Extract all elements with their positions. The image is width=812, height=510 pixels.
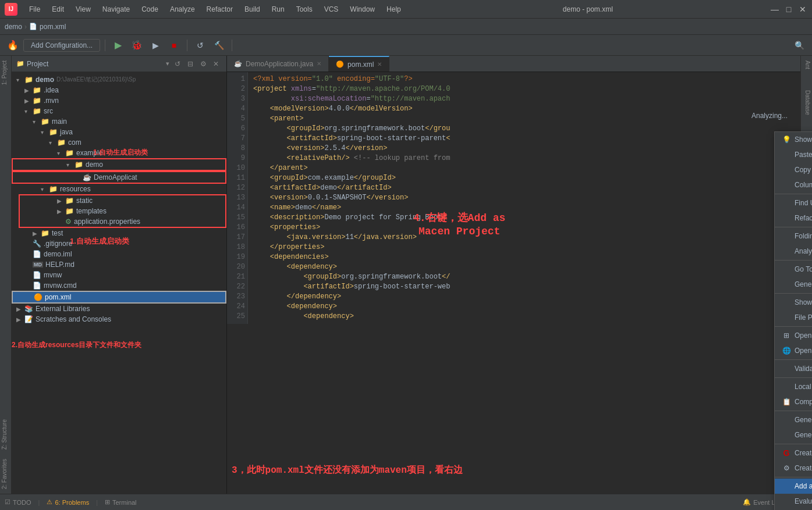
collapse-all-button[interactable]: ⊟ bbox=[185, 58, 196, 70]
tree-item-static[interactable]: ▶ 📁 static bbox=[20, 195, 225, 206]
build-button[interactable]: 🔨 bbox=[211, 37, 227, 54]
ctx-refactor[interactable]: Refactor ▶ bbox=[775, 211, 812, 226]
tree-item-com[interactable]: ▾ 📁 com bbox=[12, 137, 226, 148]
tree-item-ext-libs[interactable]: ▶ 📚 External Libraries bbox=[12, 304, 226, 314]
ctx-open-terminal[interactable]: ⊞ Open in Terminal bbox=[775, 328, 812, 343]
menu-code[interactable]: Code bbox=[137, 3, 163, 16]
close-button[interactable]: ✕ bbox=[798, 5, 807, 14]
ctx-open-browser[interactable]: 🌐 Open in Browser ▶ bbox=[775, 343, 812, 358]
ctx-show-in-explorer[interactable]: Show in Explorer bbox=[775, 295, 812, 310]
tree-item-idea[interactable]: ▶ 📁 .idea bbox=[12, 85, 226, 95]
tab-demo-application[interactable]: ☕ DemoApplication.java ✕ bbox=[227, 56, 329, 72]
tree-item-demo-iml[interactable]: 📄 demo.iml bbox=[12, 249, 226, 259]
menu-edit[interactable]: Edit bbox=[47, 3, 69, 16]
tree-item-java[interactable]: ▾ 📁 java bbox=[12, 127, 226, 137]
tree-item-resources[interactable]: ▾ 📁 resources bbox=[12, 184, 226, 194]
ctx-create-gist-1[interactable]: G Create Gist... bbox=[775, 445, 812, 461]
run-coverage-button[interactable]: ▶ bbox=[147, 37, 164, 54]
settings-button[interactable]: ⚙ bbox=[197, 58, 209, 70]
tree-item-demo-root[interactable]: ▾ 📁 demo D:\JavaEE\笔记(20210316)\Sp bbox=[12, 74, 226, 85]
ctx-paste[interactable]: Paste Ctrl+V bbox=[775, 147, 812, 162]
tree-item-example[interactable]: ▾ 📁 example bbox=[12, 148, 226, 158]
ctx-go-to-icon bbox=[782, 265, 791, 274]
stop-button[interactable]: ■ bbox=[166, 37, 182, 54]
ctx-validate[interactable]: Validate bbox=[775, 361, 812, 376]
menu-vcs[interactable]: VCS bbox=[320, 3, 343, 16]
ctx-evaluate-xpath[interactable]: Evaluate XPath... Ctrl+Alt+X, E bbox=[775, 494, 812, 509]
tab-pom-xml[interactable]: 🟠 pom.xml ✕ bbox=[329, 56, 389, 72]
status-terminal[interactable]: ⊞ Terminal bbox=[105, 498, 137, 506]
tree-icon-static: 📁 bbox=[65, 197, 74, 205]
tree-item-demo-app[interactable]: ☕ DemoApplicat bbox=[12, 171, 226, 184]
menu-tools[interactable]: Tools bbox=[292, 3, 317, 16]
project-dropdown-arrow[interactable]: ▾ bbox=[166, 60, 169, 67]
ctx-show-context-actions[interactable]: 💡 Show Context Actions Alt+Enter bbox=[775, 132, 812, 147]
status-todo[interactable]: ☑ TODO bbox=[5, 498, 31, 506]
tab-pom-xml-close[interactable]: ✕ bbox=[377, 61, 382, 67]
ctx-generate-left: Generate... bbox=[782, 280, 812, 289]
ctx-find-usages[interactable]: Find Usages Alt+F7 bbox=[775, 195, 812, 211]
sidebar-tab-favorites[interactable]: 2: Favorites bbox=[0, 454, 11, 494]
ctx-local-history[interactable]: Local History ▶ bbox=[775, 379, 812, 394]
toolbar-run-config[interactable]: 🔥 bbox=[5, 37, 21, 54]
tab-demo-app-close[interactable]: ✕ bbox=[317, 60, 321, 67]
ctx-generate[interactable]: Generate... Alt+Insert bbox=[775, 277, 812, 292]
sidebar-tab-structure[interactable]: Z: Structure bbox=[0, 415, 11, 454]
tree-item-demo-sub[interactable]: ▾ 📁 demo bbox=[12, 158, 226, 171]
search-everywhere-button[interactable]: 🔍 bbox=[791, 37, 807, 54]
ctx-analyze[interactable]: Analyze ▶ bbox=[775, 244, 812, 259]
breadcrumb-file[interactable]: pom.xml bbox=[40, 23, 66, 31]
ctx-folding[interactable]: Folding ▶ bbox=[775, 229, 812, 244]
right-tab-ant[interactable]: Ant bbox=[801, 56, 812, 74]
menu-build[interactable]: Build bbox=[240, 3, 265, 16]
tree-item-mvnw[interactable]: 📄 mvnw bbox=[12, 270, 226, 280]
tree-item-scratches[interactable]: ▶ 📝 Scratches and Consoles bbox=[12, 314, 226, 324]
menu-file[interactable]: File bbox=[24, 3, 45, 16]
close-panel-button[interactable]: ✕ bbox=[210, 58, 222, 70]
sync-button[interactable]: ↺ bbox=[172, 58, 183, 70]
menu-navigate[interactable]: Navigate bbox=[98, 3, 134, 16]
debug-button[interactable]: 🐞 bbox=[129, 37, 145, 54]
tree-item-src[interactable]: ▾ 📁 src bbox=[12, 106, 226, 116]
tree-item-app-props[interactable]: ⚙ application.properties bbox=[20, 216, 225, 227]
ctx-go-to[interactable]: Go To ▶ bbox=[775, 262, 812, 277]
update-icon: ↺ bbox=[197, 41, 204, 50]
minimize-button[interactable]: — bbox=[770, 5, 779, 14]
ctx-gen-xsd[interactable]: Generate XSD Schema from XML File... bbox=[775, 427, 812, 443]
ctx-add-maven-project[interactable]: Add as Maven Project bbox=[775, 479, 812, 494]
maximize-button[interactable]: □ bbox=[784, 5, 793, 14]
ctx-file-path[interactable]: File Path Ctrl+Alt+F12 bbox=[775, 310, 812, 325]
tree-item-pom-xml[interactable]: 🟠 pom.xml bbox=[12, 291, 226, 304]
ctx-add-maven-label: Add as Maven Project bbox=[795, 482, 812, 490]
add-configuration-button[interactable]: Add Configuration... bbox=[23, 39, 100, 52]
ctx-create-gist-2[interactable]: ⚙ Create Gist... bbox=[775, 461, 812, 476]
menu-analyze[interactable]: Analyze bbox=[165, 3, 200, 16]
tree-item-help-md[interactable]: MD HELP.md bbox=[12, 259, 226, 270]
tree-icon-idea: 📁 bbox=[33, 86, 41, 94]
breadcrumb-project[interactable]: demo bbox=[5, 23, 22, 31]
tree-item-test[interactable]: ▶ 📁 test bbox=[12, 228, 226, 238]
tree-item-gitignore[interactable]: 🔧 .gitignore bbox=[12, 238, 226, 249]
toolbar: 🔥 Add Configuration... ▶ 🐞 ▶ ■ ↺ 🔨 🔍 bbox=[0, 35, 812, 56]
run-button[interactable]: ▶ bbox=[110, 37, 126, 54]
menu-help[interactable]: Help bbox=[382, 3, 406, 16]
ctx-compare-clipboard[interactable]: 📋 Compare with Clipboard bbox=[775, 394, 812, 409]
ctx-column-selection[interactable]: Column Selection Mode Alt+Shift+Insert bbox=[775, 177, 812, 192]
status-problems[interactable]: ⚠ 6: Problems bbox=[47, 498, 89, 506]
ctx-copy-paste-special[interactable]: Copy / Paste Special ▶ bbox=[775, 162, 812, 177]
code-editor[interactable]: 12345 678910 1112131415 1617181920 21222… bbox=[227, 72, 800, 494]
ctx-compare-clipboard-label: Compare with Clipboard bbox=[795, 398, 812, 406]
tree-item-templates[interactable]: ▶ 📁 templates bbox=[20, 206, 225, 216]
ctx-gen-dtd[interactable]: Generate DTD from XML File bbox=[775, 412, 812, 427]
tree-item-main[interactable]: ▾ 📁 main bbox=[12, 116, 226, 127]
tree-item-mvn[interactable]: ▶ 📁 .mvn bbox=[12, 95, 226, 106]
update-button[interactable]: ↺ bbox=[192, 37, 208, 54]
sidebar-tab-project[interactable]: 1: Project bbox=[0, 56, 11, 90]
ctx-generate-icon bbox=[782, 280, 791, 289]
menu-run[interactable]: Run bbox=[267, 3, 289, 16]
menu-window[interactable]: Window bbox=[345, 3, 380, 16]
menu-refactor[interactable]: Refactor bbox=[202, 3, 237, 16]
right-tab-database[interactable]: Database bbox=[801, 85, 812, 120]
tree-item-mvnw-cmd[interactable]: 📄 mvnw.cmd bbox=[12, 280, 226, 291]
menu-view[interactable]: View bbox=[71, 3, 95, 16]
